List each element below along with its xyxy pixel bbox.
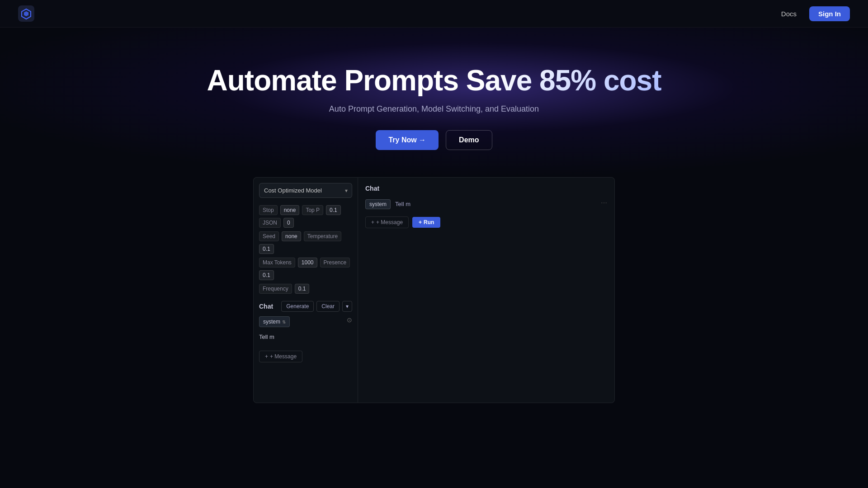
temperature-value[interactable]: 0.1 xyxy=(259,244,274,254)
preview-message-text: Tell m xyxy=(395,199,410,207)
message-row: system ⇅ ⊙ xyxy=(259,316,352,327)
nav-logo xyxy=(18,5,34,22)
top-p-value[interactable]: 0.1 xyxy=(326,205,341,215)
preview-actions-row: + + Message + Run xyxy=(365,216,607,228)
main-content: Cost Optimized Model GPT-4 Claude 3 Gemi… xyxy=(244,177,624,403)
max-tokens-value[interactable]: 1000 xyxy=(298,258,317,267)
param-row-1: Stop none Top P 0.1 JSON 0 xyxy=(259,205,352,228)
chat-section-title: Chat xyxy=(259,303,273,310)
param-row-3: Max Tokens 1000 Presence 0.1 xyxy=(259,258,352,280)
seed-label: Seed xyxy=(259,231,279,241)
logo-icon xyxy=(18,5,34,22)
param-row-4: Frequency 0.1 xyxy=(259,284,352,294)
param-rows: Stop none Top P 0.1 JSON 0 Seed none Tem… xyxy=(259,205,352,294)
hero-subtitle: Auto Prompt Generation, Model Switching,… xyxy=(329,104,539,114)
chat-chevron-button[interactable]: ▾ xyxy=(342,301,352,312)
message-input[interactable] xyxy=(259,332,352,349)
max-tokens-label: Max Tokens xyxy=(259,258,295,267)
stop-label: Stop xyxy=(259,205,278,215)
stop-value[interactable]: none xyxy=(280,205,300,215)
top-p-label: Top P xyxy=(302,205,323,215)
right-panel: Chat system Tell m ⋯ + + Message + Run xyxy=(358,177,615,403)
docs-button[interactable]: Docs xyxy=(776,7,802,20)
message-settings-icon[interactable]: ⊙ xyxy=(347,316,352,324)
try-now-button[interactable]: Try Now → xyxy=(376,130,439,150)
clear-button[interactable]: Clear xyxy=(316,301,340,312)
add-message-icon: + xyxy=(265,353,268,360)
temperature-label: Temperature xyxy=(304,231,341,241)
navbar: Docs Sign In xyxy=(0,0,868,28)
hero-section: Automate Prompts Save 85% cost Auto Prom… xyxy=(0,28,868,177)
preview-message: system Tell m ⋯ xyxy=(365,199,607,209)
presence-value[interactable]: 0.1 xyxy=(259,270,274,280)
hero-buttons: Try Now → Demo xyxy=(376,130,492,150)
frequency-label: Frequency xyxy=(259,284,292,294)
role-selector[interactable]: system ⇅ xyxy=(259,316,290,327)
seed-value[interactable]: none xyxy=(282,231,301,241)
generate-button[interactable]: Generate xyxy=(281,301,314,312)
run-button[interactable]: + Run xyxy=(412,217,440,228)
role-chevron-icon: ⇅ xyxy=(282,319,286,324)
chat-section-actions: Generate Clear ▾ xyxy=(281,301,352,312)
model-select[interactable]: Cost Optimized Model GPT-4 Claude 3 Gemi… xyxy=(259,183,352,198)
role-label: system xyxy=(263,319,280,325)
run-label: Run xyxy=(424,219,434,225)
right-panel-title: Chat xyxy=(365,185,607,192)
preview-role-badge: system xyxy=(365,199,391,209)
add-message-preview-button[interactable]: + + Message xyxy=(365,216,409,228)
add-message-preview-label: + Message xyxy=(376,219,403,225)
param-row-2: Seed none Temperature 0.1 xyxy=(259,231,352,254)
add-message-button[interactable]: + + Message xyxy=(259,351,302,362)
nav-right: Docs Sign In xyxy=(776,6,850,21)
hero-background xyxy=(0,28,868,177)
json-value[interactable]: 0 xyxy=(283,218,294,228)
preview-grid-icon[interactable]: ⋯ xyxy=(601,199,607,206)
json-label: JSON xyxy=(259,218,281,228)
hero-title: Automate Prompts Save 85% cost xyxy=(207,64,661,97)
add-message-preview-icon: + xyxy=(371,219,374,225)
chat-section-header: Chat Generate Clear ▾ xyxy=(259,301,352,312)
demo-button[interactable]: Demo xyxy=(446,130,492,150)
chat-preview-area: system Tell m ⋯ + + Message + Run xyxy=(365,199,607,228)
signin-button[interactable]: Sign In xyxy=(809,6,850,21)
model-select-wrapper: Cost Optimized Model GPT-4 Claude 3 Gemi… xyxy=(259,183,352,198)
run-icon: + xyxy=(419,219,422,225)
frequency-value[interactable]: 0.1 xyxy=(295,284,310,294)
presence-label: Presence xyxy=(320,258,350,267)
add-message-label: + Message xyxy=(270,353,297,360)
left-panel: Cost Optimized Model GPT-4 Claude 3 Gemi… xyxy=(253,177,358,403)
